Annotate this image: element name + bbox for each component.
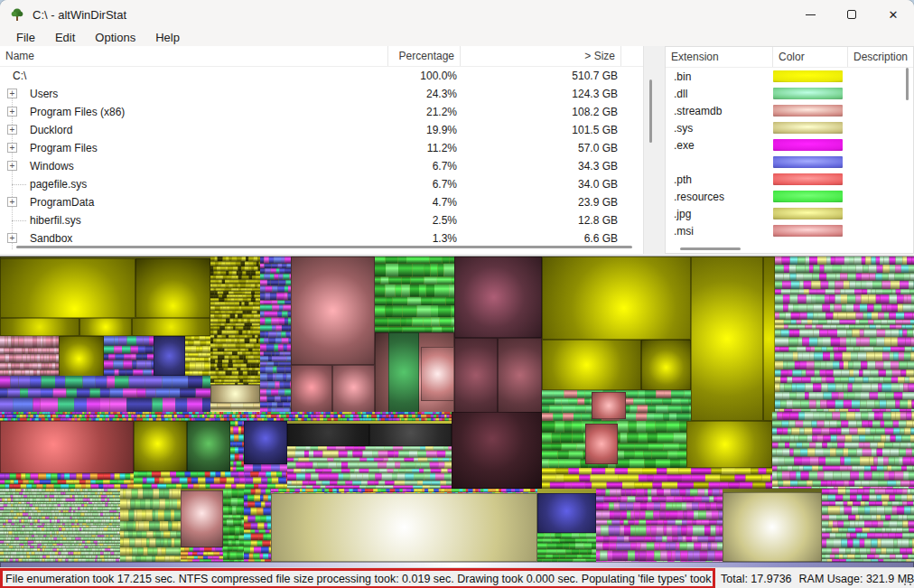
extension-name: .msi (666, 225, 773, 238)
file-percentage: 24.3% (388, 88, 461, 100)
file-percentage: 6.7% (388, 178, 461, 191)
extension-color-swatch (773, 70, 843, 82)
extension-list-vertical-scrollbar[interactable] (906, 68, 909, 100)
maximize-icon (847, 10, 856, 19)
file-list-panel: Name Percentage > Size C:\100.0%510.7 GB… (0, 46, 644, 254)
extension-row[interactable]: .exe (666, 136, 913, 154)
file-name: Program Files (x86) (0, 106, 125, 118)
extension-row[interactable]: .msi (666, 222, 913, 239)
file-size: 57.0 GB (461, 142, 621, 154)
status-total: Total: 17.9736 (721, 573, 792, 585)
treemap-view[interactable] (0, 256, 914, 567)
tree-icon (10, 7, 24, 22)
file-row[interactable]: +Users24.3%124.3 GB (0, 85, 643, 103)
file-row[interactable]: +Program Files (x86)21.2%108.2 GB (0, 103, 643, 121)
top-panels: Name Percentage > Size C:\100.0%510.7 GB… (0, 46, 914, 256)
extension-color-swatch (773, 156, 843, 168)
extension-row[interactable]: .resources (666, 188, 913, 205)
resize-grip[interactable] (903, 577, 912, 586)
file-size: 23.9 GB (461, 196, 621, 209)
file-percentage: 6.7% (388, 160, 461, 173)
extension-name: .resources (666, 191, 773, 203)
extension-color-swatch (773, 88, 843, 99)
close-icon: ✕ (889, 9, 899, 21)
menu-item-options[interactable]: Options (86, 30, 145, 45)
expand-icon[interactable]: + (7, 125, 17, 135)
extension-name: .pth (666, 173, 773, 186)
extension-row[interactable] (666, 154, 913, 171)
file-row[interactable]: +Windows6.7%34.3 GB (0, 157, 643, 175)
file-percentage: 19.9% (388, 124, 461, 136)
expand-icon[interactable]: + (7, 107, 17, 117)
column-header-color[interactable]: Color (773, 47, 848, 67)
app-window: C:\ - altWinDirStat ✕ FileEditOptionsHel… (0, 0, 914, 588)
column-header-name[interactable]: Name (0, 46, 388, 66)
file-row[interactable]: +ProgramData4.7%23.9 GB (0, 193, 643, 211)
file-percentage: 100.0% (388, 70, 461, 82)
extension-list-header: Extension Color Description (666, 47, 913, 68)
file-row[interactable]: +Ducklord19.9%101.5 GB (0, 121, 643, 139)
file-name: C:\ (0, 70, 26, 82)
minimize-button[interactable] (789, 0, 831, 29)
file-size: 6.6 GB (461, 232, 621, 245)
menu-item-help[interactable]: Help (146, 30, 189, 45)
expand-icon[interactable]: + (7, 161, 17, 171)
title-bar: C:\ - altWinDirStat ✕ (0, 0, 914, 29)
extension-name: .bin (666, 70, 773, 83)
file-percentage: 21.2% (388, 106, 461, 118)
status-bar: File enumeration took 17.215 sec. NTFS c… (0, 567, 914, 588)
status-ram: RAM Usage: 321.9 MB (799, 573, 914, 585)
extension-row[interactable]: .jpg (666, 205, 913, 222)
file-row[interactable]: +Sandbox1.3%6.6 GB (0, 229, 643, 247)
column-header-size[interactable]: > Size (461, 46, 621, 66)
extension-row[interactable]: .sys (666, 119, 913, 136)
extension-color-swatch (773, 225, 843, 237)
file-row[interactable]: C:\100.0%510.7 GB (0, 67, 643, 85)
file-size: 510.7 GB (461, 70, 621, 82)
file-list-header: Name Percentage > Size (0, 46, 643, 67)
file-size: 12.8 GB (461, 214, 621, 227)
extension-list-horizontal-scrollbar[interactable] (680, 247, 741, 250)
treemap-canvas[interactable] (0, 257, 914, 568)
column-header-percentage[interactable]: Percentage (388, 46, 461, 66)
file-list-horizontal-scrollbar[interactable] (16, 246, 632, 248)
file-percentage: 4.7% (388, 196, 461, 209)
menu-item-edit[interactable]: Edit (46, 30, 84, 45)
column-header-description[interactable]: Description (848, 47, 913, 67)
menu-item-file[interactable]: File (7, 30, 44, 45)
expand-icon[interactable]: + (7, 233, 17, 243)
maximize-button[interactable] (831, 0, 872, 29)
extension-color-swatch (773, 208, 843, 219)
extension-color-swatch (773, 139, 843, 151)
file-percentage: 1.3% (388, 232, 461, 245)
expand-icon[interactable]: + (7, 197, 17, 207)
close-button[interactable]: ✕ (872, 0, 914, 29)
extension-color-swatch (773, 191, 843, 202)
file-row[interactable]: +Program Files11.2%57.0 GB (0, 139, 643, 157)
extension-color-swatch (773, 122, 843, 134)
extension-row[interactable]: .pth (666, 171, 913, 188)
extension-row[interactable]: .streamdb (666, 102, 913, 119)
file-list-vertical-scrollbar[interactable] (649, 79, 652, 143)
tree-stub (12, 220, 26, 221)
file-percentage: 2.5% (388, 214, 461, 227)
extension-row[interactable]: .bin (666, 68, 913, 85)
annotation-highlight-box: File enumeration took 17.215 sec. NTFS c… (0, 568, 715, 588)
column-header-extension[interactable]: Extension (666, 47, 773, 67)
extension-name: .jpg (666, 208, 773, 220)
expand-icon[interactable]: + (7, 89, 17, 98)
extension-row[interactable]: .dll (666, 85, 913, 102)
tree-stub (12, 184, 26, 185)
file-size: 34.0 GB (461, 178, 621, 191)
extension-name: .sys (666, 122, 773, 135)
file-row[interactable]: hiberfil.sys2.5%12.8 GB (0, 211, 643, 229)
expand-icon[interactable]: + (7, 143, 17, 153)
menu-bar: FileEditOptionsHelp (0, 29, 914, 46)
file-row[interactable]: pagefile.sys6.7%34.0 GB (0, 175, 643, 193)
extension-color-swatch (773, 105, 843, 117)
extension-list-body: .bin.dll.streamdb.sys.exe.pth.resources.… (666, 68, 913, 239)
window-title: C:\ - altWinDirStat (33, 8, 126, 22)
extension-name: .dll (666, 88, 773, 100)
status-message: File enumeration took 17.215 sec. NTFS c… (5, 573, 715, 585)
extension-name: .streamdb (666, 105, 773, 117)
